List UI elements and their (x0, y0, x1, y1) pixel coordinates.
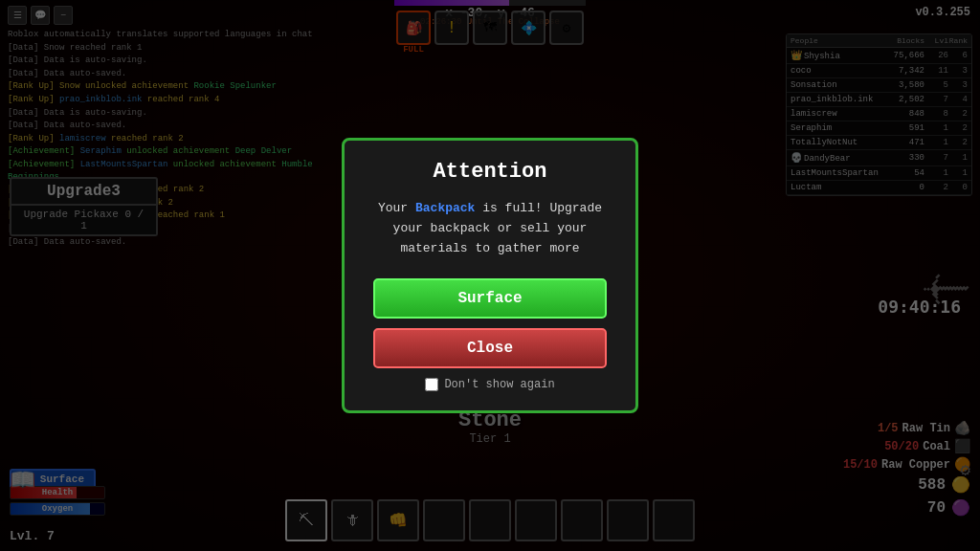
dont-show-again-label: Don't show again (444, 378, 554, 391)
modal-checkbox-row: Don't show again (373, 378, 607, 391)
dont-show-again-checkbox[interactable] (425, 378, 438, 391)
modal-overlay: Attention Your Backpack is full! Upgrade… (0, 0, 980, 551)
modal-surface-button[interactable]: Surface (373, 278, 607, 319)
modal-body: Your Backpack is full! Upgrade your back… (373, 199, 607, 258)
modal-close-button[interactable]: Close (373, 328, 607, 368)
attention-modal: Attention Your Backpack is full! Upgrade… (342, 138, 638, 412)
modal-backpack-hl: Backpack (415, 201, 475, 215)
modal-title: Attention (373, 160, 607, 184)
